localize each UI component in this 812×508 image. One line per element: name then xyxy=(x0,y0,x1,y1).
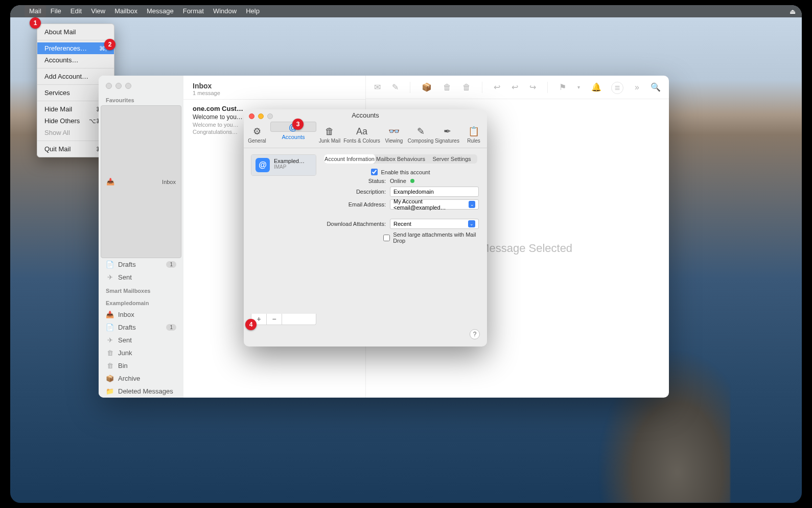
sidebar-inbox[interactable]: 📥Inbox xyxy=(99,308,183,321)
seg-server-settings[interactable]: Server Settings xyxy=(426,154,477,164)
sidebar-archive[interactable]: 📦Archive xyxy=(99,372,183,385)
account-actions-spacer xyxy=(282,314,316,325)
junk-icon: 🗑 xyxy=(106,349,114,357)
sidebar-drafts[interactable]: 📄Drafts1 xyxy=(99,321,183,334)
inbox-icon: 📥 xyxy=(106,178,114,186)
reply-icon[interactable]: ↩ xyxy=(494,82,500,92)
archive-icon[interactable]: 📦 xyxy=(422,82,432,92)
status-label: Status: xyxy=(322,178,390,184)
sidebar-bin[interactable]: 🗑Bin xyxy=(99,359,183,372)
filter-icon[interactable]: ≡ xyxy=(611,82,623,94)
account-segmented[interactable]: Account Information Mailbox Behaviours S… xyxy=(324,154,477,164)
pref-title: Accounts xyxy=(244,109,487,122)
enable-account-checkbox[interactable] xyxy=(371,169,378,175)
more-icon[interactable]: » xyxy=(635,83,639,92)
win-max-icon[interactable] xyxy=(125,83,131,89)
seg-account-info[interactable]: Account Information xyxy=(324,154,375,164)
drafts-icon: 📄 xyxy=(106,324,114,331)
sidebar: Favourites 📥Inbox 📄Drafts1 ✈Sent Smart M… xyxy=(99,76,183,398)
drafts-icon: 📄 xyxy=(106,261,114,268)
help-button[interactable]: ? xyxy=(470,329,480,339)
search-icon[interactable]: 🔍 xyxy=(651,82,661,92)
flag-icon[interactable]: ⚑ xyxy=(559,82,566,92)
sent-icon: ✈ xyxy=(106,336,114,344)
font-icon: Aa xyxy=(356,126,367,137)
menu-accounts[interactable]: Accounts… xyxy=(37,54,114,66)
compose-icon[interactable]: ✎ xyxy=(392,82,399,92)
msglist-count: 1 message xyxy=(193,90,356,96)
tab-fonts[interactable]: AaFonts & Colours xyxy=(343,122,381,148)
win-min-icon[interactable] xyxy=(115,83,122,89)
junk-icon[interactable]: 🗑 xyxy=(462,83,471,92)
sidebar-fav-drafts[interactable]: 📄Drafts1 xyxy=(99,258,183,271)
menu-window[interactable]: Window xyxy=(208,5,241,17)
remove-account-button[interactable]: − xyxy=(267,314,282,325)
download-label: Download Attachments: xyxy=(322,221,390,227)
accounts-preferences-window: Accounts ⚙General @Accounts 🗑Junk Mail A… xyxy=(244,109,487,347)
archive-icon: 📦 xyxy=(106,375,114,382)
sidebar-fav-sent[interactable]: ✈Sent xyxy=(99,271,183,284)
sidebar-sent[interactable]: ✈Sent xyxy=(99,334,183,347)
menu-format[interactable]: Format xyxy=(178,5,208,17)
step-badge-3: 3 xyxy=(292,119,304,130)
step-badge-1: 1 xyxy=(30,17,41,29)
sidebar-deleted[interactable]: 📁Deleted Messages xyxy=(99,385,183,398)
enable-account-label: Enable this account xyxy=(381,169,430,175)
reply-all-icon[interactable]: ↩ xyxy=(512,82,518,92)
sidebar-header-smart: Smart Mailboxes xyxy=(99,284,183,296)
tab-junk[interactable]: 🗑Junk Mail xyxy=(316,122,343,148)
account-type: IMAP xyxy=(274,164,311,170)
account-row[interactable]: @ Exampled… IMAP xyxy=(251,155,316,175)
menubar: Mail File Edit View Mailbox Message Form… xyxy=(10,5,802,17)
lock-icon[interactable]: ⏏ xyxy=(790,8,796,15)
download-attachments-select[interactable]: Recent⌄ xyxy=(390,219,479,229)
menu-edit[interactable]: Edit xyxy=(66,5,86,17)
maildrop-checkbox[interactable] xyxy=(383,235,390,241)
menu-about-mail[interactable]: About Mail xyxy=(37,26,114,38)
menu-mailbox[interactable]: Mailbox xyxy=(110,5,142,17)
account-name: Exampled… xyxy=(274,158,311,164)
sidebar-header-favourites: Favourites xyxy=(99,93,183,105)
menu-message[interactable]: Message xyxy=(142,5,178,17)
reader-toolbar: ✉ ✎ 📦 🗑 🗑 ↩ ↩ ↪ ⚑ ▾ 🔔 » 🔍 xyxy=(366,76,669,99)
step-badge-4: 4 xyxy=(245,319,257,330)
sidebar-fav-inbox[interactable]: 📥Inbox xyxy=(101,105,181,258)
sidebar-header-account: Exampledomain xyxy=(99,296,183,308)
sidebar-junk[interactable]: 🗑Junk xyxy=(99,347,183,359)
menu-help[interactable]: Help xyxy=(241,5,264,17)
tab-general[interactable]: ⚙General xyxy=(244,122,270,148)
tab-viewing[interactable]: 👓Viewing xyxy=(381,122,407,148)
status-online-dot-icon xyxy=(410,179,414,183)
chevron-updown-icon: ⌄ xyxy=(468,220,475,227)
pref-tabs: ⚙General @Accounts 🗑Junk Mail AaFonts & … xyxy=(244,122,487,148)
maildrop-label: Send large attachments with Mail Drop xyxy=(393,232,479,244)
email-address-select[interactable]: My Account <email@exampled…⌄ xyxy=(390,199,479,210)
at-icon: @ xyxy=(256,158,270,172)
win-close-icon[interactable] xyxy=(106,83,112,89)
tab-signatures[interactable]: ✒Signatures xyxy=(434,122,460,148)
seg-mailbox-behaviours[interactable]: Mailbox Behaviours xyxy=(375,154,426,164)
folder-icon: 📁 xyxy=(106,387,114,395)
menu-mail[interactable]: Mail xyxy=(25,5,46,17)
gear-icon: ⚙ xyxy=(253,126,261,137)
trash-icon[interactable]: 🗑 xyxy=(443,83,451,92)
chevron-updown-icon: ⌄ xyxy=(469,201,475,208)
forward-icon[interactable]: ↪ xyxy=(529,82,536,92)
tab-rules[interactable]: 📋Rules xyxy=(460,122,487,148)
mute-icon[interactable]: 🔔 xyxy=(591,82,601,92)
menu-view[interactable]: View xyxy=(86,5,110,17)
step-badge-2: 2 xyxy=(104,39,115,50)
chevron-down-icon[interactable]: ▾ xyxy=(577,84,580,90)
inbox-icon: 📥 xyxy=(106,311,114,318)
signature-icon: ✒ xyxy=(444,126,451,137)
rules-icon: 📋 xyxy=(468,126,479,137)
menu-preferences[interactable]: Preferences…⌘, xyxy=(37,42,114,54)
menu-file[interactable]: File xyxy=(46,5,66,17)
description-input[interactable] xyxy=(390,187,479,197)
status-value: Online xyxy=(390,178,406,184)
junk-icon: 🗑 xyxy=(325,126,334,137)
tab-composing[interactable]: ✎Composing xyxy=(407,122,434,148)
compose-icon: ✎ xyxy=(417,126,425,137)
sent-icon: ✈ xyxy=(106,273,114,281)
envelope-icon[interactable]: ✉ xyxy=(374,82,381,92)
